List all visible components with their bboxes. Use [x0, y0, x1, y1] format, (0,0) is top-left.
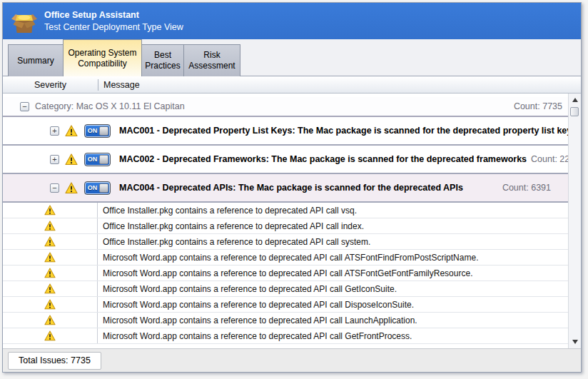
issue-message: Office Installer.pkg contains a referenc…	[98, 203, 357, 218]
toggle-on-label: ON	[85, 125, 100, 137]
issue-severity-cell	[3, 234, 98, 249]
toggle-on-label: ON	[85, 153, 100, 166]
warning-icon	[44, 205, 56, 216]
toggle-knob	[99, 126, 108, 136]
rule-count: Count: 22	[527, 154, 568, 164]
rule-row-mac001[interactable]: + ON MAC001 - Deprecated Property List K…	[3, 117, 568, 146]
app-window: Office Setup Assistant Test Center Deplo…	[2, 2, 582, 373]
issue-message: Office Installer.pkg contains a referenc…	[98, 234, 370, 249]
issue-message: Microsoft Word.app contains a reference …	[98, 297, 414, 312]
results-grid-wrap: − Category: Mac OS X 10.11 El Capitan Co…	[3, 94, 581, 348]
issue-message: Office Installer.pkg contains a referenc…	[98, 218, 364, 233]
issue-severity-cell	[3, 250, 98, 265]
rule-title: MAC001 - Deprecated Property List Keys: …	[119, 126, 568, 136]
rule-count: Count: 6391	[498, 183, 568, 193]
rule-title: MAC004 - Deprecated APIs: The Mac packag…	[119, 183, 463, 193]
issue-severity-cell	[3, 328, 98, 343]
package-box-icon	[11, 9, 38, 34]
issue-message: Microsoft Word.app contains a reference …	[98, 266, 472, 281]
scroll-up-icon	[572, 98, 578, 102]
issue-row[interactable]: Office Installer.pkg contains a referenc…	[3, 218, 568, 234]
title-bar: Office Setup Assistant Test Center Deplo…	[3, 3, 581, 39]
column-header-row: Severity Message	[3, 76, 581, 94]
collapse-expander-icon[interactable]: −	[50, 183, 59, 193]
vertical-scrollbar[interactable]	[568, 94, 581, 348]
rule-toggle-switch[interactable]: ON	[84, 124, 111, 138]
warning-icon	[65, 125, 78, 137]
results-grid: − Category: Mac OS X 10.11 El Capitan Co…	[3, 94, 568, 348]
issue-severity-cell	[3, 266, 98, 281]
issue-row[interactable]: Microsoft Word.app contains a reference …	[3, 250, 568, 266]
warning-icon	[44, 330, 56, 341]
issue-message: Microsoft Word.app contains a reference …	[98, 313, 417, 328]
category-label: Category: Mac OS X 10.11 El Capitan	[35, 101, 185, 111]
warning-icon	[44, 236, 56, 247]
toggle-on-label: ON	[85, 182, 100, 194]
scroll-down-button[interactable]	[569, 336, 581, 348]
tab-operating-system-compatibility[interactable]: Operating System Compatibility	[63, 39, 142, 76]
issue-severity-cell	[3, 218, 98, 233]
desktop-background: Office Setup Assistant Test Center Deplo…	[0, 0, 588, 379]
issue-row[interactable]: Microsoft Word.app contains a reference …	[3, 328, 568, 344]
scroll-down-icon	[572, 340, 578, 344]
issue-row[interactable]: Microsoft Word.app contains a reference …	[3, 281, 568, 297]
expand-expander-icon[interactable]: +	[50, 155, 59, 164]
issue-row[interactable]: Microsoft Word.app contains a reference …	[3, 266, 568, 281]
app-title: Office Setup Assistant	[44, 10, 183, 20]
category-count: Count: 7735	[514, 101, 568, 111]
tab-best-practices[interactable]: Best Practices	[141, 44, 184, 76]
tab-summary[interactable]: Summary	[8, 44, 64, 76]
collapse-expander-icon[interactable]: −	[20, 102, 29, 111]
warning-icon	[44, 315, 56, 325]
scroll-up-button[interactable]	[569, 94, 581, 106]
issue-severity-cell	[3, 313, 98, 328]
issue-row[interactable]: Office Installer.pkg contains a referenc…	[3, 234, 568, 250]
app-subtitle: Test Center Deployment Type View	[44, 22, 183, 32]
scrollbar-thumb[interactable]	[570, 107, 579, 116]
title-block: Office Setup Assistant Test Center Deplo…	[44, 10, 183, 32]
issue-severity-cell	[3, 281, 98, 296]
issue-message: Microsoft Word.app contains a reference …	[98, 250, 478, 265]
toggle-knob	[99, 155, 108, 164]
warning-icon	[44, 221, 56, 231]
tab-risk-assessment[interactable]: Risk Assessment	[183, 44, 240, 76]
warning-icon	[44, 299, 56, 310]
expand-expander-icon[interactable]: +	[50, 126, 59, 136]
issue-severity-cell	[3, 297, 98, 312]
total-issues-label: Total Issues: 7735	[19, 355, 91, 365]
issue-severity-cell	[3, 203, 98, 218]
warning-icon	[65, 153, 78, 166]
rule-title: MAC002 - Deprecated Frameworks: The Mac …	[119, 154, 527, 164]
rule-row-mac002[interactable]: + ON MAC002 - Deprecated Frameworks: The…	[3, 146, 568, 174]
issue-message: Microsoft Word.app contains a reference …	[98, 328, 412, 343]
rule-row-mac004[interactable]: − ON MAC004 - Deprecated APIs: The Mac p…	[3, 174, 568, 203]
tab-strip: Summary Operating System Compatibility B…	[3, 39, 581, 76]
issue-row[interactable]: Microsoft Word.app contains a reference …	[3, 313, 568, 328]
status-bar: Total Issues: 7735	[3, 348, 581, 372]
toggle-knob	[99, 183, 108, 193]
category-row[interactable]: − Category: Mac OS X 10.11 El Capitan Co…	[3, 97, 568, 117]
column-header-severity[interactable]: Severity	[3, 80, 98, 90]
warning-icon	[65, 182, 78, 194]
warning-icon	[44, 283, 56, 294]
issue-row[interactable]: Office Installer.pkg contains a referenc…	[3, 203, 568, 218]
rule-toggle-switch[interactable]: ON	[84, 181, 111, 195]
issue-row[interactable]: Microsoft Word.app contains a reference …	[3, 297, 568, 313]
warning-icon	[44, 268, 56, 278]
issue-message: Microsoft Word.app contains a reference …	[98, 281, 397, 296]
rule-toggle-switch[interactable]: ON	[84, 153, 111, 166]
total-issues-badge: Total Issues: 7735	[8, 352, 101, 370]
column-header-message[interactable]: Message	[98, 80, 140, 90]
warning-icon	[44, 252, 56, 263]
